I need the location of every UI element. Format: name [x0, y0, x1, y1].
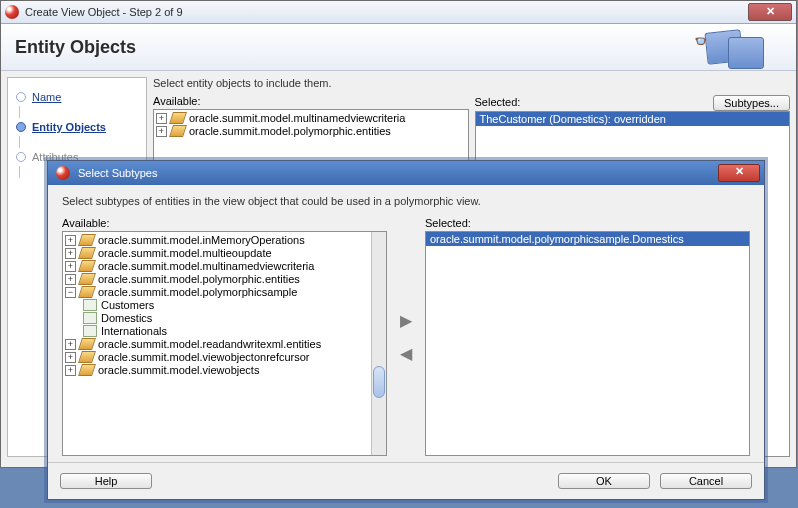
modal-description: Select subtypes of entities in the view … [62, 195, 750, 207]
expand-icon[interactable]: + [65, 274, 76, 285]
subtypes-dialog: Select Subtypes ✕ Select subtypes of ent… [47, 160, 765, 500]
modal-selected-list[interactable]: oracle.summit.model.polymorphicsample.Do… [425, 231, 750, 456]
selected-item[interactable]: oracle.summit.model.polymorphicsample.Do… [426, 232, 749, 246]
expand-icon[interactable]: + [65, 248, 76, 259]
page-title: Entity Objects [15, 37, 136, 58]
step-entity-objects[interactable]: Entity Objects [14, 118, 140, 136]
tree-item[interactable]: +oracle.summit.model.multinamedviewcrite… [65, 260, 369, 273]
package-icon [78, 351, 96, 363]
scrollbar[interactable] [371, 232, 386, 455]
tree-item[interactable]: + oracle.summit.model.polymorphic.entiti… [156, 125, 466, 138]
expand-icon[interactable]: + [65, 235, 76, 246]
step-label: Entity Objects [32, 121, 106, 133]
tree-item[interactable]: + oracle.summit.model.multinamedviewcrit… [156, 112, 466, 125]
expand-icon[interactable]: + [65, 365, 76, 376]
expand-icon[interactable]: + [65, 339, 76, 350]
expand-icon[interactable]: + [65, 261, 76, 272]
modal-available-list[interactable]: +oracle.summit.model.inMemoryOperations … [62, 231, 387, 456]
collapse-icon[interactable]: − [65, 287, 76, 298]
modal-title: Select Subtypes [78, 167, 158, 179]
tree-item[interactable]: +oracle.summit.model.polymorphic.entitie… [65, 273, 369, 286]
wizard-header: Entity Objects 👓 [1, 24, 796, 71]
entity-icon [83, 325, 97, 337]
tree-item[interactable]: Internationals [83, 325, 369, 338]
tree-item[interactable]: Domestics [83, 312, 369, 325]
package-icon [169, 112, 187, 124]
subtypes-button[interactable]: Subtypes... [713, 95, 790, 111]
step-name[interactable]: Name [14, 88, 140, 106]
wizard-titlebar: Create View Object - Step 2 of 9 ✕ [1, 1, 796, 24]
package-icon [78, 260, 96, 272]
package-icon [78, 247, 96, 259]
entity-icon [83, 299, 97, 311]
package-icon [78, 286, 96, 298]
package-icon [78, 364, 96, 376]
ok-button[interactable]: OK [558, 473, 650, 489]
wizard-title: Create View Object - Step 2 of 9 [25, 6, 183, 18]
wizard-description: Select entity objects to include them. [153, 77, 790, 89]
available-label: Available: [62, 217, 387, 229]
selected-label: Selected: [475, 96, 707, 108]
wizard-header-decor: 👓 [692, 27, 782, 67]
tree-item[interactable]: +oracle.summit.model.viewobjectonrefcurs… [65, 351, 369, 364]
available-label: Available: [153, 95, 469, 107]
package-icon [78, 273, 96, 285]
step-label: Name [32, 91, 61, 103]
close-icon[interactable]: ✕ [748, 3, 792, 21]
modal-titlebar: Select Subtypes ✕ [48, 161, 764, 185]
expand-icon[interactable]: + [156, 126, 167, 137]
package-icon [78, 234, 96, 246]
app-icon [56, 166, 70, 180]
selected-item[interactable]: TheCustomer (Domestics): overridden [476, 112, 790, 126]
cancel-button[interactable]: Cancel [660, 473, 752, 489]
remove-icon[interactable]: ◀ [400, 344, 412, 363]
entity-icon [83, 312, 97, 324]
add-icon[interactable]: ▶ [400, 311, 412, 330]
tree-item[interactable]: +oracle.summit.model.readandwritexml.ent… [65, 338, 369, 351]
package-icon [169, 125, 187, 137]
close-icon[interactable]: ✕ [718, 164, 760, 182]
app-icon [5, 5, 19, 19]
expand-icon[interactable]: + [65, 352, 76, 363]
package-icon [78, 338, 96, 350]
tree-item[interactable]: +oracle.summit.model.inMemoryOperations [65, 234, 369, 247]
expand-icon[interactable]: + [156, 113, 167, 124]
help-button[interactable]: Help [60, 473, 152, 489]
tree-item[interactable]: Customers [83, 299, 369, 312]
scrollbar-thumb[interactable] [373, 366, 385, 398]
tree-item[interactable]: −oracle.summit.model.polymorphicsample [65, 286, 369, 299]
selected-label: Selected: [425, 217, 750, 229]
tree-item[interactable]: +oracle.summit.model.viewobjects [65, 364, 369, 377]
tree-item[interactable]: +oracle.summit.model.multieoupdate [65, 247, 369, 260]
